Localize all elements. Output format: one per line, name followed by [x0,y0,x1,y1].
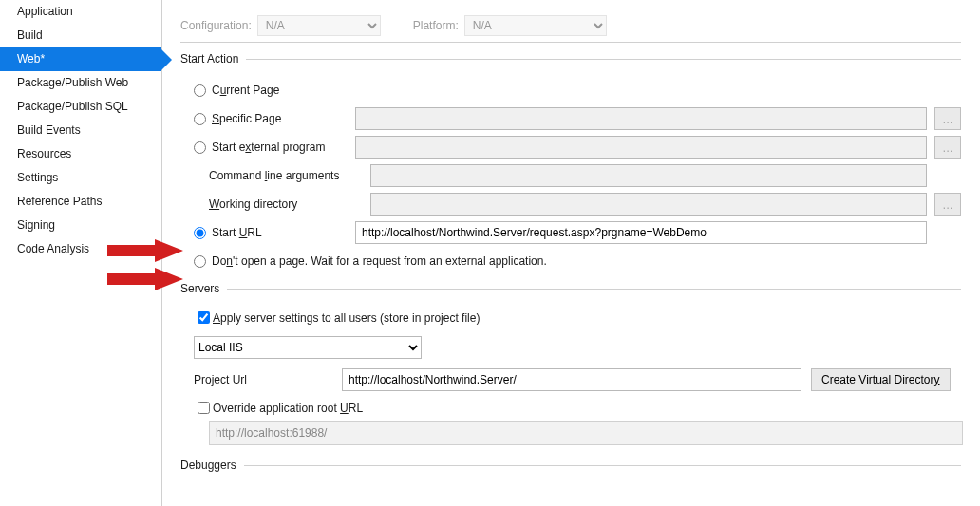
sidebar-item-package-publish-web[interactable]: Package/Publish Web [0,71,161,95]
server-type-dropdown[interactable]: Local IIS [194,336,422,359]
sidebar-item-reference-paths[interactable]: Reference Paths [0,190,161,214]
config-platform-row: Configuration: N/A Platform: N/A [161,0,980,42]
servers-title: Servers [180,282,219,295]
project-url-input[interactable] [342,368,801,391]
sidebar-item-package-publish-sql[interactable]: Package/Publish SQL [0,95,161,119]
working-dir-browse-button: ... [934,193,961,216]
create-virtual-directory-button[interactable]: Create Virtual Directory [811,368,951,391]
configuration-label: Configuration: [180,19,252,32]
sidebar-item-build-events[interactable]: Build Events [0,119,161,142]
debuggers-title: Debuggers [180,459,236,472]
sidebar-item-settings[interactable]: Settings [0,166,161,190]
platform-label: Platform: [413,19,459,32]
apply-server-settings-checkbox[interactable]: Apply server settings to all users (stor… [180,309,961,327]
section-rule [244,465,961,466]
project-url-label: Project Url [180,373,342,386]
radio-specific-page[interactable]: Specific Page [180,112,355,125]
top-separator [180,42,961,43]
external-program-input [355,136,927,159]
radio-current-page[interactable]: Current Page [180,84,355,97]
sidebar-item-web[interactable]: Web* [0,47,161,71]
start-url-input[interactable] [355,221,927,244]
radio-start-url[interactable]: Start URL [180,226,355,239]
main-panel: Configuration: N/A Platform: N/A Start A… [161,0,980,506]
start-action-section: Start Action Current Page Specific Page … [180,52,961,272]
sidebar-item-resources[interactable]: Resources [0,142,161,166]
servers-section: Servers Apply server settings to all use… [180,282,961,445]
specific-page-input [355,107,927,130]
cmd-args-label: Command line arguments [180,169,370,182]
override-app-root-input [209,421,963,445]
section-rule [246,59,961,60]
debuggers-section: Debuggers [180,459,961,472]
sidebar-item-signing[interactable]: Signing [0,214,161,237]
configuration-dropdown: N/A [257,15,381,36]
external-program-browse-button: ... [934,136,961,159]
start-action-title: Start Action [180,52,238,66]
working-dir-input [370,193,927,216]
override-app-root-checkbox[interactable]: Override application root URL [180,399,961,417]
working-dir-label: Working directory [180,197,370,211]
sidebar: Application Build Web* Package/Publish W… [0,0,162,506]
sidebar-item-application[interactable]: Application [0,0,161,24]
specific-page-browse-button: ... [934,107,961,130]
cmd-args-input [370,164,927,187]
platform-dropdown: N/A [464,15,607,36]
sidebar-item-code-analysis[interactable]: Code Analysis [0,237,161,261]
radio-dont-open-page[interactable]: Don't open a page. Wait for a request fr… [180,254,547,268]
section-rule [227,289,961,290]
radio-external-program[interactable]: Start external program [180,141,355,154]
sidebar-item-build[interactable]: Build [0,24,161,47]
